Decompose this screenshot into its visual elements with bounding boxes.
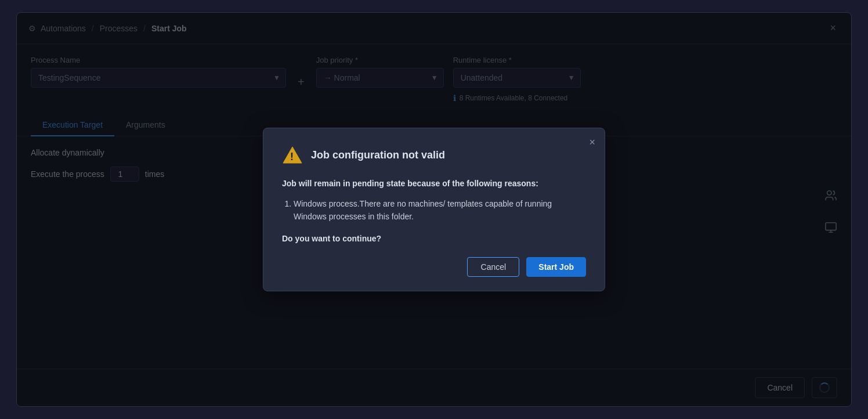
- dialog-reason-title: Job will remain in pending state because…: [282, 177, 586, 190]
- dialog-footer: Cancel Start Job: [282, 257, 586, 277]
- dialog-overlay: × ! Job configuration not valid Job will…: [17, 13, 851, 406]
- dialog-reason-list: Windows process.There are no machines/ t…: [282, 197, 586, 223]
- dialog-close-button[interactable]: ×: [589, 136, 595, 149]
- dialog-continue: Do you want to continue?: [282, 232, 586, 245]
- app-window: ⚙ Automations / Processes / Start Job × …: [16, 12, 852, 407]
- dialog-header: ! Job configuration not valid: [282, 145, 586, 165]
- dialog-reason-item: Windows process.There are no machines/ t…: [294, 197, 586, 223]
- dialog-title: Job configuration not valid: [311, 149, 445, 161]
- svg-text:!: !: [290, 151, 294, 162]
- warning-icon: !: [282, 145, 303, 165]
- dialog-body: Job will remain in pending state because…: [282, 177, 586, 245]
- dialog-start-button[interactable]: Start Job: [526, 257, 586, 277]
- dialog: × ! Job configuration not valid Job will…: [263, 128, 605, 291]
- dialog-cancel-button[interactable]: Cancel: [467, 257, 519, 277]
